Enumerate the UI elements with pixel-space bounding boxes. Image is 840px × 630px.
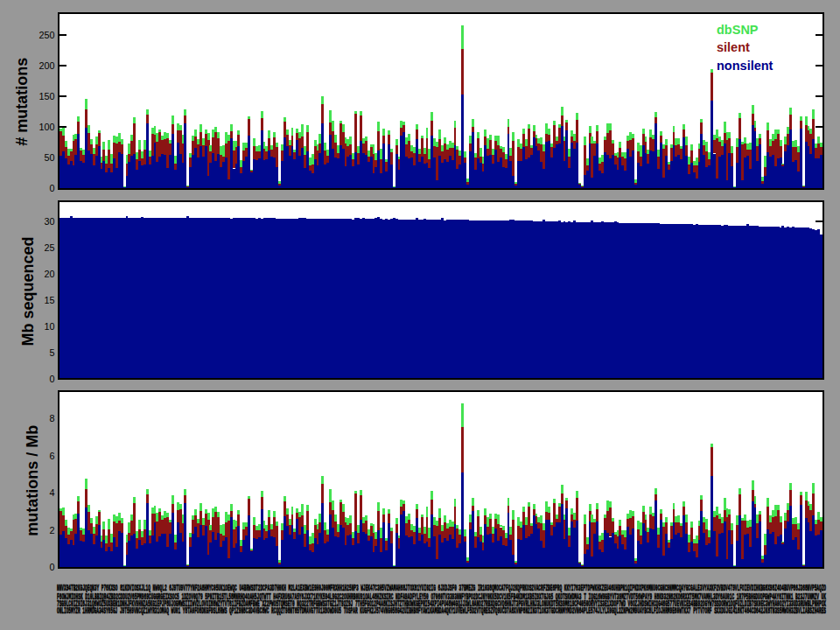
svg-text:5: 5 [49,347,54,358]
svg-text:6: 6 [49,451,54,461]
svg-text:150: 150 [38,91,54,102]
svg-text:15: 15 [44,295,54,305]
svg-text:mutations / Mb: mutations / Mb [24,425,41,536]
svg-text:4: 4 [49,487,54,498]
svg-text:ONLIO5MYZR 1HRMDGA34SY65GJ J9T: ONLIO5MYZR 1HRMDGA34SY65GJ J9T5H9VNCQZ1W… [57,606,826,616]
svg-text:20: 20 [44,269,54,279]
svg-text:8: 8 [49,413,54,424]
svg-text:Mb sequenced: Mb sequenced [19,236,37,346]
svg-text:0: 0 [49,562,54,572]
svg-text:50: 50 [44,152,54,163]
svg-text:10: 10 [44,321,54,332]
svg-text:silent: silent [717,40,750,54]
svg-text:200: 200 [38,60,54,71]
svg-text:dbSNP: dbSNP [717,23,759,37]
svg-text:2: 2 [49,525,54,536]
svg-text:# mutations: # mutations [14,58,32,146]
svg-text:250: 250 [38,30,54,40]
svg-text:0: 0 [49,183,54,193]
svg-text:100: 100 [38,122,54,132]
svg-text:0: 0 [49,374,54,384]
svg-text:25: 25 [44,242,54,253]
svg-text:nonsilent: nonsilent [717,59,774,73]
svg-text:30: 30 [44,216,54,227]
